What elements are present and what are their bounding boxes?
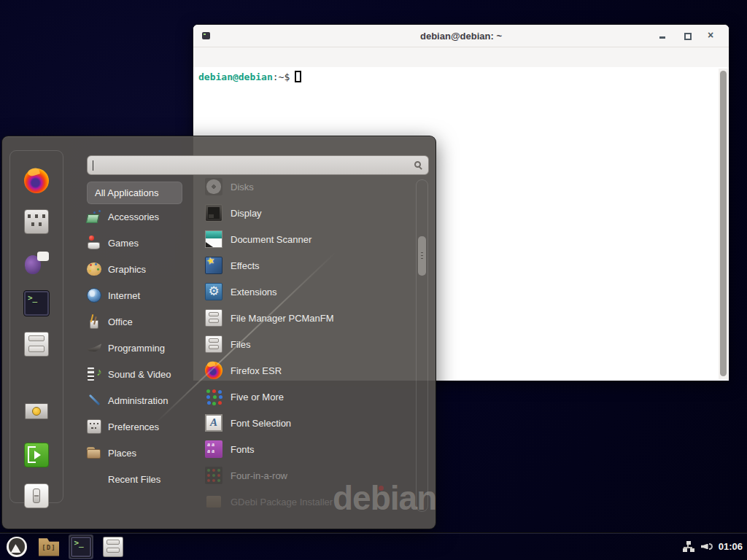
category-label: Games: [108, 238, 139, 249]
file-cabinet-icon: [205, 309, 222, 327]
maximize-icon: [684, 33, 692, 40]
prompt-user: debian@debian: [198, 71, 273, 82]
category-item[interactable]: Office: [87, 308, 204, 335]
shutdown-icon: [24, 483, 49, 508]
taskbar-item[interactable]: [69, 534, 93, 559]
menu-scrollbar[interactable]: [416, 179, 428, 512]
control-center-icon: [24, 209, 49, 234]
fonts-icon: [205, 440, 222, 458]
app-item[interactable]: Extensions: [205, 279, 414, 305]
taskbar-item[interactable]: [101, 534, 125, 559]
category-label: Preferences: [108, 421, 159, 432]
internet-icon: [87, 288, 101, 303]
favorite-item[interactable]: [24, 332, 49, 359]
app-item[interactable]: Five or More: [205, 384, 414, 410]
gdebi-icon: [205, 493, 222, 510]
app-label: Display: [231, 208, 262, 219]
terminal-icon: [71, 537, 91, 557]
terminal-scrollbar-thumb[interactable]: [720, 71, 727, 376]
category-item[interactable]: Recent Files: [87, 466, 204, 492]
app-item[interactable]: Effects: [205, 252, 414, 279]
app-item[interactable]: Display: [205, 200, 414, 226]
window-title: debian@debian: ~: [193, 31, 729, 42]
extensions-icon: [205, 283, 222, 300]
administration-icon: [87, 393, 101, 408]
category-label: Accessories: [108, 211, 159, 222]
app-label: Extensions: [231, 287, 277, 298]
text-caret: [93, 160, 93, 171]
terminal-cursor: [295, 71, 301, 82]
app-label: File Manager PCManFM: [231, 313, 334, 324]
app-label: Four-in-a-row: [231, 470, 287, 481]
terminal-scrollbar[interactable]: [719, 69, 728, 379]
maximize-button[interactable]: [683, 31, 692, 41]
category-item[interactable]: Administration: [87, 387, 204, 413]
favorites-column: [9, 150, 63, 503]
window-controls: ×: [658, 31, 729, 41]
app-item[interactable]: Firefox ESR: [205, 357, 414, 384]
category-item[interactable]: Programming: [87, 335, 204, 361]
category-item[interactable]: Graphics: [87, 256, 204, 282]
firefox-icon: [205, 362, 222, 379]
favorite-item[interactable]: [24, 291, 49, 319]
menu-button-icon: [7, 537, 27, 557]
search-input[interactable]: [96, 158, 408, 173]
taskbar-item[interactable]: [4, 534, 29, 559]
logout-icon: [24, 443, 49, 467]
app-item[interactable]: Fonts: [205, 436, 414, 462]
category-item[interactable]: Sound & Video: [87, 361, 204, 387]
categories-list: Accessories Games Graphics Internet Offi…: [87, 203, 204, 492]
accessories-icon: [87, 209, 101, 224]
minimize-button[interactable]: [658, 31, 667, 41]
favorite-item[interactable]: [24, 209, 49, 237]
category-item[interactable]: Preferences: [87, 413, 204, 440]
terminal-titlebar[interactable]: debian@debian: ~ ×: [193, 25, 729, 47]
app-item[interactable]: GDebi Package Installer: [205, 489, 414, 515]
taskbar-launchers: [4, 534, 125, 559]
favorite-item[interactable]: [24, 483, 49, 511]
sound-video-icon: [87, 367, 101, 381]
system-tray: [682, 541, 713, 552]
screen: debian@debian: ~ × debian@debian:~$: [0, 0, 747, 560]
all-applications-button[interactable]: All Applications: [87, 182, 182, 204]
close-button[interactable]: ×: [708, 31, 717, 41]
app-label: Fonts: [231, 444, 255, 455]
pidgin-icon: [24, 250, 49, 275]
app-item[interactable]: Document Scanner: [205, 226, 414, 252]
firefox-icon: [24, 168, 49, 193]
effects-icon: [205, 257, 222, 274]
preferences-icon: [87, 419, 101, 434]
document-scanner-icon: [205, 230, 222, 248]
taskbar-item[interactable]: [36, 534, 61, 559]
application-menu: All Applications Accessories Games Graph…: [1, 136, 436, 529]
category-item[interactable]: Places: [87, 440, 204, 466]
disks-icon: [205, 178, 222, 195]
graphics-icon: [87, 262, 101, 276]
app-item[interactable]: Four-in-a-row: [205, 462, 414, 489]
category-label: Internet: [108, 290, 140, 301]
app-label: Firefox ESR: [231, 365, 282, 376]
close-icon: ×: [708, 29, 713, 41]
favorite-item[interactable]: [24, 443, 49, 470]
favorite-item[interactable]: [24, 250, 49, 278]
category-item[interactable]: Games: [87, 230, 204, 256]
category-label: Office: [108, 316, 133, 327]
category-item[interactable]: Internet: [87, 282, 204, 308]
terminal-icon: [24, 291, 49, 316]
favorite-item[interactable]: [24, 168, 49, 196]
display-icon: [205, 204, 222, 222]
app-item[interactable]: File Manager PCManFM: [205, 305, 414, 331]
search-box[interactable]: [87, 155, 429, 175]
app-item[interactable]: Files: [205, 331, 414, 357]
menu-scrollbar-thumb[interactable]: [418, 236, 426, 276]
volume-icon[interactable]: [701, 542, 713, 552]
file-cabinet-icon: [205, 335, 222, 353]
clock[interactable]: 01:06: [719, 541, 743, 552]
category-item[interactable]: Accessories: [87, 203, 204, 230]
favorite-item[interactable]: [24, 402, 49, 429]
applications-list: Disks Display Document Scanner Effects E…: [205, 174, 414, 515]
network-icon[interactable]: [682, 541, 694, 552]
app-item[interactable]: Font Selection: [205, 410, 414, 436]
app-item[interactable]: Disks: [205, 174, 414, 200]
taskbar: 01:06: [0, 532, 747, 560]
